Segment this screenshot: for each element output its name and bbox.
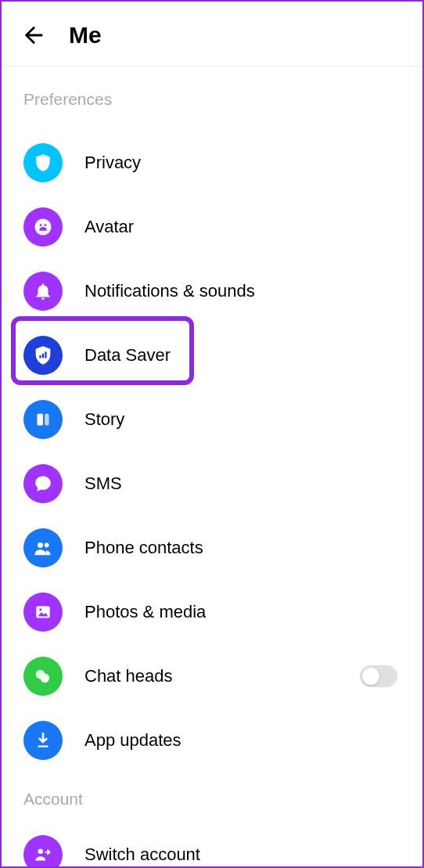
shield-bars-icon xyxy=(23,336,63,375)
image-icon xyxy=(23,592,63,632)
shield-icon xyxy=(23,143,63,182)
svg-point-1 xyxy=(40,224,42,226)
item-label: Privacy xyxy=(84,153,141,173)
svg-rect-7 xyxy=(45,413,49,425)
list-item-chat-heads[interactable]: Chat heads xyxy=(2,644,422,708)
svg-rect-5 xyxy=(45,351,46,358)
svg-point-2 xyxy=(45,224,47,226)
arrow-left-icon xyxy=(20,22,47,49)
svg-point-15 xyxy=(38,848,44,854)
list-item-avatar[interactable]: Avatar xyxy=(2,195,422,259)
item-label: Phone contacts xyxy=(84,538,203,558)
bell-icon xyxy=(23,272,63,311)
item-label: Photos & media xyxy=(84,602,206,622)
chat-bubble-icon xyxy=(23,464,63,503)
list-item-notifications[interactable]: Notifications & sounds xyxy=(2,259,422,323)
people-icon xyxy=(23,528,63,567)
list-item-phone-contacts[interactable]: Phone contacts xyxy=(2,516,422,580)
svg-point-9 xyxy=(45,543,49,548)
page-title: Me xyxy=(69,22,102,49)
item-label: Data Saver xyxy=(84,345,171,366)
list-item-sms[interactable]: SMS xyxy=(2,452,422,516)
item-label: App updates xyxy=(84,730,181,751)
section-label-preferences: Preferences xyxy=(2,90,422,131)
svg-rect-14 xyxy=(38,746,49,747)
svg-rect-3 xyxy=(39,355,41,358)
svg-rect-6 xyxy=(37,413,43,425)
item-label: Avatar xyxy=(84,217,134,237)
list-item-app-updates[interactable]: App updates xyxy=(2,708,422,773)
download-icon xyxy=(23,721,63,760)
item-label: Switch account xyxy=(84,845,200,865)
switch-account-icon xyxy=(23,835,63,868)
svg-rect-4 xyxy=(42,354,44,358)
item-label: Story xyxy=(84,409,124,430)
item-label: Notifications & sounds xyxy=(84,281,255,301)
list-item-switch-account[interactable]: Switch account xyxy=(2,823,422,868)
list-item-photos-media[interactable]: Photos & media xyxy=(2,580,422,644)
svg-point-8 xyxy=(38,542,43,548)
list-item-story[interactable]: Story xyxy=(2,387,422,452)
chat-heads-toggle[interactable] xyxy=(360,665,397,687)
list-item-privacy[interactable]: Privacy xyxy=(2,131,422,195)
item-label: SMS xyxy=(84,474,122,494)
back-button[interactable] xyxy=(20,22,47,49)
svg-point-11 xyxy=(39,608,41,610)
item-label: Chat heads xyxy=(84,666,173,686)
list-item-data-saver[interactable]: Data Saver xyxy=(2,323,422,387)
avatar-icon xyxy=(23,207,63,247)
section-label-account: Account xyxy=(2,773,422,823)
chat-heads-icon xyxy=(23,657,63,696)
svg-point-13 xyxy=(41,674,50,683)
header: Me xyxy=(2,2,422,67)
content: Preferences Privacy Avatar Notifications… xyxy=(2,67,422,868)
story-icon xyxy=(23,400,63,439)
